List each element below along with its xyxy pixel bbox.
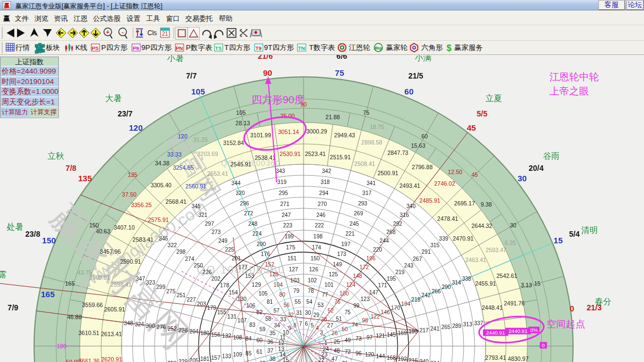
svg-text:2613.41: 2613.41 [101, 331, 122, 337]
svg-text:18.75: 18.75 [370, 124, 384, 130]
svg-text:2470.91: 2470.91 [453, 235, 474, 242]
svg-text:2560.91: 2560.91 [185, 183, 206, 190]
svg-text:2847.73: 2847.73 [387, 149, 408, 156]
svg-text:21.88: 21.88 [326, 114, 340, 120]
svg-text:247: 247 [282, 212, 291, 218]
svg-text:275: 275 [167, 288, 176, 294]
svg-text:23/8: 23/8 [25, 230, 40, 238]
svg-text:77: 77 [322, 292, 328, 298]
svg-text:7/8: 7/8 [65, 164, 76, 172]
svg-text:P数字表: P数字表 [186, 43, 212, 52]
svg-text:124: 124 [346, 282, 355, 288]
svg-text:340: 340 [406, 203, 416, 209]
svg-text:196: 196 [366, 255, 376, 261]
svg-text:294: 294 [319, 190, 328, 196]
svg-text:75: 75 [363, 109, 370, 116]
svg-text:180: 180 [200, 330, 210, 336]
svg-text:52: 52 [328, 308, 334, 314]
svg-text:171: 171 [378, 282, 387, 288]
svg-text:34.38: 34.38 [155, 160, 169, 166]
svg-text:153: 153 [245, 273, 255, 279]
svg-text:3610.51: 3610.51 [79, 330, 100, 336]
svg-text:250: 250 [194, 263, 203, 269]
svg-text:32: 32 [288, 312, 294, 318]
svg-text:2793.41: 2793.41 [485, 354, 506, 361]
svg-text:3203.69: 3203.69 [197, 151, 218, 157]
svg-text:45: 45 [467, 123, 476, 132]
svg-text:168: 168 [387, 355, 396, 361]
svg-text:62: 62 [260, 360, 266, 362]
svg-text:106: 106 [246, 303, 256, 309]
svg-text:244: 244 [379, 238, 389, 244]
svg-text:26: 26 [332, 330, 338, 336]
svg-text:342: 342 [322, 168, 332, 174]
svg-text:155: 155 [217, 309, 227, 315]
svg-text:120: 120 [178, 133, 188, 140]
svg-text:105: 105 [191, 87, 205, 96]
svg-text:2523.41: 2523.41 [305, 151, 326, 157]
svg-text:清明: 清明 [581, 225, 598, 235]
svg-text:3305.40: 3305.40 [151, 182, 172, 188]
svg-text:9P四方形: 9P四方形 [141, 43, 172, 52]
svg-text:224: 224 [252, 231, 262, 237]
svg-text:江恩轮: 江恩轮 [349, 43, 370, 52]
svg-text:291: 291 [422, 249, 431, 255]
svg-text:5/5: 5/5 [477, 109, 488, 118]
svg-text:赢家服务: 赢家服务 [454, 43, 483, 52]
svg-text:221: 221 [345, 231, 355, 237]
svg-text:36: 36 [267, 339, 274, 345]
svg-text:50: 50 [342, 326, 348, 332]
svg-text:2949.43: 2949.43 [334, 132, 355, 138]
svg-text:203: 203 [197, 301, 206, 307]
svg-text:125: 125 [329, 271, 338, 277]
svg-text:0: 0 [542, 342, 544, 348]
svg-text:175: 175 [286, 244, 295, 250]
svg-text:2593.47: 2593.47 [486, 247, 507, 253]
svg-text:292: 292 [393, 221, 403, 227]
svg-text:2695.17: 2695.17 [454, 200, 475, 207]
svg-text:99: 99 [353, 303, 360, 309]
svg-text:178: 178 [220, 282, 229, 288]
svg-text:323: 323 [146, 280, 156, 286]
svg-text:2493.41: 2493.41 [399, 182, 420, 189]
svg-text:6.25: 6.25 [505, 240, 516, 246]
svg-text:151: 151 [288, 255, 297, 261]
svg-text:3457.96: 3457.96 [100, 248, 121, 255]
svg-text:2478.41: 2478.41 [437, 215, 458, 222]
svg-text:216: 216 [409, 358, 418, 362]
svg-text:317: 317 [362, 190, 372, 196]
svg-text:245: 245 [350, 221, 359, 227]
svg-text:2598.41: 2598.41 [111, 281, 131, 288]
svg-text:322: 322 [168, 242, 177, 248]
svg-text:9T四方形: 9T四方形 [264, 43, 294, 52]
svg-text:348: 348 [124, 320, 133, 326]
svg-text:147: 147 [369, 289, 378, 296]
svg-text:P9: P9 [133, 45, 139, 51]
svg-text:15.63: 15.63 [411, 142, 425, 149]
svg-text:46.88: 46.88 [67, 314, 81, 320]
svg-text:四方形90度: 四方形90度 [251, 94, 305, 105]
svg-text:30: 30 [510, 222, 516, 229]
svg-text:265: 265 [441, 324, 450, 330]
svg-text:144: 144 [376, 353, 385, 359]
svg-text:15: 15 [554, 236, 563, 245]
svg-text:春分: 春分 [595, 297, 612, 306]
svg-text:33: 33 [280, 316, 287, 322]
svg-text:54: 54 [306, 299, 313, 305]
svg-text:小暑: 小暑 [167, 55, 184, 63]
svg-text:28: 28 [321, 316, 328, 322]
svg-text:7/9: 7/9 [8, 303, 19, 312]
svg-text:97: 97 [366, 335, 373, 341]
svg-text:266: 266 [432, 288, 441, 294]
svg-text:2545.91: 2545.91 [230, 161, 251, 168]
svg-text:98: 98 [362, 318, 368, 324]
svg-text:220: 220 [373, 247, 382, 253]
svg-text:3407.10: 3407.10 [114, 224, 135, 231]
svg-text:2898.58: 2898.58 [361, 139, 382, 146]
svg-text:上帝之眼: 上帝之眼 [549, 86, 589, 97]
svg-text:2590.91: 2590.91 [120, 258, 141, 265]
svg-text:T数字表: T数字表 [309, 43, 335, 52]
svg-text:339: 339 [439, 236, 448, 242]
svg-text:320: 320 [235, 190, 245, 196]
svg-text:谷雨: 谷雨 [543, 151, 560, 160]
